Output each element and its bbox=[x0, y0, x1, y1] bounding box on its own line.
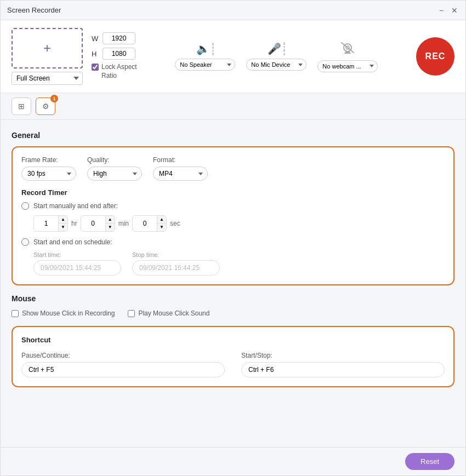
hr-unit: hr bbox=[71, 220, 77, 227]
svg-rect-3 bbox=[344, 53, 351, 54]
sec-up-btn[interactable]: ▲ bbox=[157, 216, 166, 223]
height-row: H bbox=[92, 48, 137, 60]
format-select[interactable]: MP4 MOV AVI WMV bbox=[153, 167, 208, 181]
layout-icon: ⊞ bbox=[18, 102, 25, 111]
hr-down-btn[interactable]: ▼ bbox=[59, 223, 67, 231]
general-settings-row: Frame Rate: 30 fps 15 fps 20 fps 24 fps … bbox=[21, 156, 445, 181]
play-click-sound-checkbox[interactable] bbox=[128, 310, 135, 317]
minutes-input[interactable] bbox=[81, 216, 105, 231]
toolbar-row: ⊞ ⚙ 1 bbox=[1, 93, 465, 120]
mic-icon-row: 🎤 bbox=[268, 42, 285, 55]
start-stop-shortcut-label: Start/Stop: bbox=[241, 352, 445, 359]
webcam-icon bbox=[340, 41, 355, 57]
speaker-icon: 🔈 bbox=[196, 42, 210, 55]
bar1 bbox=[212, 43, 214, 45]
mouse-section: Mouse Show Mouse Click in Recording Play… bbox=[12, 294, 454, 317]
frame-rate-select[interactable]: 30 fps 15 fps 20 fps 24 fps 60 fps bbox=[21, 167, 76, 181]
lock-aspect-label: Lock AspectRatio bbox=[101, 63, 137, 80]
settings-toolbar-btn[interactable]: ⚙ 1 bbox=[36, 98, 55, 115]
mbar4 bbox=[283, 53, 285, 55]
seconds-input[interactable] bbox=[133, 216, 157, 231]
min-input-wrap: ▲ ▼ bbox=[81, 215, 115, 232]
title-bar: Screen Recorder − ✕ bbox=[1, 1, 465, 20]
show-mouse-click-checkbox[interactable] bbox=[12, 310, 19, 317]
start-time-label: Start time: bbox=[33, 251, 121, 258]
play-click-sound-label: Play Mouse Click Sound bbox=[138, 309, 209, 317]
minimize-button[interactable]: − bbox=[437, 6, 446, 15]
dimensions-inputs: W H bbox=[92, 32, 137, 60]
min-up-btn[interactable]: ▲ bbox=[106, 216, 115, 223]
rec-button[interactable]: REC bbox=[416, 37, 454, 76]
lock-aspect-checkbox[interactable] bbox=[92, 64, 99, 71]
stop-time-label: Stop time: bbox=[132, 251, 220, 258]
min-unit: min bbox=[118, 220, 129, 227]
mouse-options-row: Show Mouse Click in Recording Play Mouse… bbox=[12, 309, 454, 317]
mic-bars bbox=[283, 42, 285, 55]
close-button[interactable]: ✕ bbox=[450, 6, 459, 15]
timer-schedule-label: Start and end on schedule: bbox=[33, 238, 112, 246]
title-bar-controls: − ✕ bbox=[437, 6, 459, 15]
bar2 bbox=[212, 47, 214, 49]
quality-select[interactable]: High Low Medium bbox=[87, 167, 142, 181]
height-input[interactable] bbox=[103, 48, 135, 60]
mic-dropdown[interactable]: No Mic Device bbox=[246, 59, 306, 71]
webcam-icon-row bbox=[340, 41, 355, 57]
microphone-device: 🎤 No Mic Device bbox=[246, 42, 306, 71]
stop-time-input[interactable]: 09/09/2021 16:44:25 bbox=[132, 260, 220, 276]
schedule-section: Start time: 09/09/2021 15:44:25 Stop tim… bbox=[33, 251, 445, 276]
content-area: General Frame Rate: 30 fps 15 fps 20 fps… bbox=[1, 120, 465, 447]
quality-label: Quality: bbox=[87, 156, 142, 164]
dimensions-section: W H Lock AspectRatio bbox=[92, 32, 137, 80]
frame-rate-group: Frame Rate: 30 fps 15 fps 20 fps 24 fps … bbox=[21, 156, 76, 181]
timer-inputs-row: ▲ ▼ hr ▲ ▼ min ▲ ▼ bbox=[33, 215, 445, 232]
sec-down-btn[interactable]: ▼ bbox=[157, 223, 166, 231]
pause-shortcut-group: Pause/Continue: bbox=[21, 352, 225, 377]
settings-badge: 1 bbox=[50, 95, 58, 102]
shortcut-card: Shortcut Pause/Continue: Start/Stop: bbox=[12, 326, 454, 387]
layout-toolbar-btn[interactable]: ⊞ bbox=[12, 98, 31, 115]
start-stop-shortcut-group: Start/Stop: bbox=[241, 352, 445, 377]
sec-unit: sec bbox=[170, 220, 180, 227]
width-label: W bbox=[92, 35, 99, 43]
add-screen-icon: + bbox=[43, 42, 51, 55]
reset-button[interactable]: Reset bbox=[405, 453, 454, 470]
sec-input-wrap: ▲ ▼ bbox=[132, 215, 167, 232]
stop-time-group: Stop time: 09/09/2021 16:44:25 bbox=[132, 251, 220, 276]
hr-spinners: ▲ ▼ bbox=[58, 216, 67, 231]
quality-group: Quality: High Low Medium bbox=[87, 156, 142, 181]
webcam-device: No webcam ... bbox=[317, 41, 378, 72]
start-stop-shortcut-input[interactable] bbox=[241, 362, 445, 377]
webcam-dropdown[interactable]: No webcam ... bbox=[317, 60, 378, 72]
gear-icon: ⚙ bbox=[42, 102, 49, 111]
shortcut-title: Shortcut bbox=[21, 336, 445, 344]
timer-option-2: Start and end on schedule: bbox=[21, 238, 445, 246]
screen-selector: + Full Screen Custom Area Window bbox=[12, 28, 83, 85]
play-click-sound-option: Play Mouse Click Sound bbox=[128, 309, 209, 317]
width-input[interactable] bbox=[103, 32, 135, 44]
screen-type-dropdown[interactable]: Full Screen Custom Area Window bbox=[12, 72, 83, 85]
hours-input[interactable] bbox=[34, 216, 58, 231]
general-settings-card: Frame Rate: 30 fps 15 fps 20 fps 24 fps … bbox=[12, 146, 454, 285]
min-down-btn[interactable]: ▼ bbox=[106, 223, 115, 231]
bar4 bbox=[212, 53, 214, 55]
top-section: + Full Screen Custom Area Window W H bbox=[1, 20, 465, 93]
height-label: H bbox=[92, 50, 99, 58]
hr-up-btn[interactable]: ▲ bbox=[59, 216, 67, 223]
frame-rate-label: Frame Rate: bbox=[21, 156, 76, 164]
mbar3 bbox=[283, 49, 285, 52]
screen-preview[interactable]: + bbox=[12, 28, 83, 68]
timer-option-1: Start manually and end after: bbox=[21, 202, 445, 210]
start-time-input[interactable]: 09/09/2021 15:44:25 bbox=[33, 260, 121, 276]
mbar1 bbox=[283, 42, 285, 45]
width-row: W bbox=[92, 32, 137, 44]
record-timer-title: Record Timer bbox=[21, 188, 445, 197]
speaker-dropdown[interactable]: No Speaker bbox=[175, 59, 235, 71]
bottom-bar: Reset bbox=[1, 447, 465, 475]
bar3 bbox=[212, 50, 214, 51]
speaker-bars bbox=[212, 43, 214, 55]
shortcut-row: Pause/Continue: Start/Stop: bbox=[21, 352, 445, 377]
timer-radio-manual[interactable] bbox=[21, 202, 29, 210]
timer-radio-schedule[interactable] bbox=[21, 238, 29, 246]
pause-shortcut-input[interactable] bbox=[21, 362, 225, 377]
start-time-group: Start time: 09/09/2021 15:44:25 bbox=[33, 251, 121, 276]
